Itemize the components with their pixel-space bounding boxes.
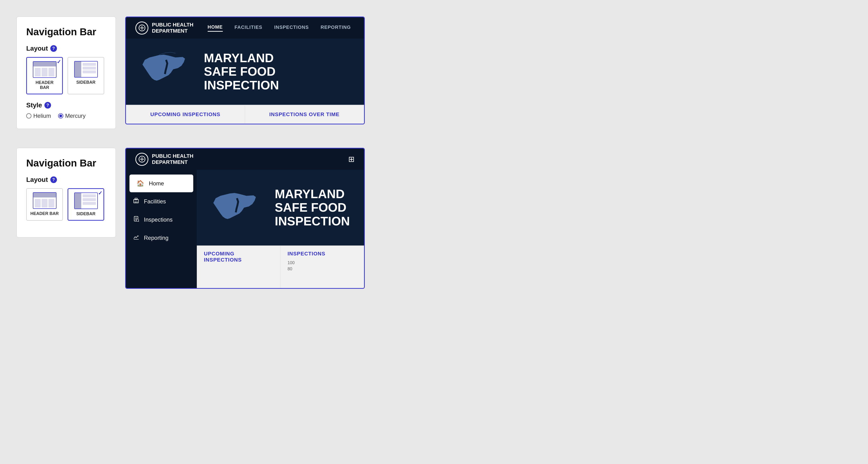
header-bar-icon	[33, 61, 57, 78]
header-bar-label: HEADER BAR	[30, 80, 59, 90]
nav-reporting[interactable]: REPORTING	[320, 25, 351, 31]
upcoming-inspections-label: UPCOMING INSPECTIONS	[150, 111, 220, 118]
chart-values: 100 80	[287, 260, 357, 271]
bottom-logo-text: PUBLIC HEALTH DEPARTMENT	[152, 153, 193, 166]
bottom-maryland-map	[211, 182, 263, 234]
bottom-layout-options: HEADER BAR ✓ SIDEBAR	[26, 188, 106, 221]
bottom-inspections-label: INSPECTIONS	[287, 251, 357, 257]
bottom-app-preview: PUBLIC HEALTH DEPARTMENT ⊞ 🏠 Home	[125, 148, 365, 289]
helium-option[interactable]: Helium	[26, 113, 51, 119]
bottom-check-icon: ✓	[98, 190, 102, 196]
bottom-left-panel: Navigation Bar Layout ? HEA	[17, 148, 116, 237]
app-main-content: MARYLAND SAFE FOOD INSPECTION UPCOMING I…	[197, 170, 364, 288]
app-hero: MARYLAND SAFE FOOD INSPECTION	[126, 38, 364, 105]
nav-inspections[interactable]: INSPECTIONS	[274, 25, 309, 31]
bottom-header-bar-label: HEADER BAR	[30, 211, 59, 216]
sidebar-reporting[interactable]: Reporting	[126, 229, 197, 247]
sidebar-inspections[interactable]: Inspections	[126, 210, 197, 229]
hero-title: MARYLAND SAFE FOOD INSPECTION	[204, 51, 279, 92]
logo-circle-icon	[135, 22, 148, 34]
nav-facilities[interactable]: FACILITIES	[235, 25, 262, 31]
chart-value-100: 100	[287, 260, 357, 265]
reporting-icon	[133, 234, 139, 242]
app-nav: HOME FACILITIES INSPECTIONS REPORTING	[208, 24, 351, 32]
app-logo: PUBLIC HEALTH DEPARTMENT	[135, 22, 193, 34]
style-help-icon[interactable]: ?	[44, 102, 51, 109]
grid-menu-icon[interactable]: ⊞	[348, 155, 354, 164]
svg-line-16	[138, 221, 139, 222]
header-bar-option[interactable]: ✓ HEADER BAR	[26, 57, 63, 94]
logo-text: PUBLIC HEALTH DEPARTMENT	[152, 22, 193, 34]
sidebar-home[interactable]: 🏠 Home	[129, 175, 193, 192]
layout-options-group: ✓ HEADER BAR	[26, 57, 106, 94]
bottom-app-body: 🏠 Home Facil	[126, 170, 364, 288]
style-radio-group: Helium Mercury	[26, 113, 106, 119]
layout-section-label: Layout ?	[26, 45, 106, 52]
facilities-icon	[133, 198, 139, 205]
top-app-preview: PUBLIC HEALTH DEPARTMENT HOME FACILITIES…	[125, 17, 365, 124]
mercury-option[interactable]: Mercury	[58, 113, 86, 119]
bottom-inspections-chart[interactable]: INSPECTIONS 100 80	[280, 246, 364, 288]
bottom-sidebar-icon	[74, 193, 98, 209]
check-icon: ✓	[57, 59, 61, 65]
style-section: Style ? Helium Mercury	[26, 102, 106, 119]
helium-radio[interactable]	[26, 113, 31, 118]
bottom-upcoming-label: UPCOMING INSPECTIONS	[204, 251, 273, 263]
bottom-hero: MARYLAND SAFE FOOD INSPECTION	[197, 170, 364, 245]
maryland-map	[140, 46, 192, 98]
bottom-sidebar-option[interactable]: ✓ SIDEBAR	[68, 188, 104, 221]
top-panel-title: Navigation Bar	[26, 26, 106, 38]
sidebar-icon	[74, 61, 98, 78]
bottom-app-logo: PUBLIC HEALTH DEPARTMENT	[135, 153, 193, 166]
bottom-logo-circle-icon	[135, 153, 148, 166]
bottom-stats-bar: UPCOMING INSPECTIONS INSPECTIONS 100 80	[197, 245, 364, 288]
sidebar-label: SIDEBAR	[71, 80, 100, 85]
app-top-nav: PUBLIC HEALTH DEPARTMENT HOME FACILITIES…	[126, 17, 364, 38]
top-left-panel: Navigation Bar Layout ? ✓	[17, 17, 116, 129]
bottom-upcoming-inspections[interactable]: UPCOMING INSPECTIONS	[197, 246, 280, 288]
inspections-over-time-box[interactable]: INSPECTIONS OVER TIME	[245, 105, 364, 124]
style-section-label: Style ?	[26, 102, 106, 109]
bottom-app-header: PUBLIC HEALTH DEPARTMENT ⊞	[126, 148, 364, 170]
sidebar-facilities[interactable]: Facilities	[126, 192, 197, 210]
mercury-radio[interactable]	[58, 113, 63, 118]
bottom-hero-title: MARYLAND SAFE FOOD INSPECTION	[275, 187, 350, 228]
bottom-panel-title: Navigation Bar	[26, 157, 106, 169]
chart-value-80: 80	[287, 266, 357, 271]
home-icon: 🏠	[136, 180, 144, 187]
app-stats-bar: UPCOMING INSPECTIONS INSPECTIONS OVER TI…	[126, 105, 364, 124]
nav-home[interactable]: HOME	[208, 24, 223, 32]
app-sidebar: 🏠 Home Facil	[126, 170, 197, 288]
sidebar-option[interactable]: SIDEBAR	[68, 57, 104, 94]
bottom-sidebar-label: SIDEBAR	[72, 211, 100, 216]
inspections-over-time-label: INSPECTIONS OVER TIME	[269, 111, 340, 118]
layout-help-icon[interactable]: ?	[50, 45, 57, 52]
bottom-layout-help-icon[interactable]: ?	[50, 176, 57, 183]
inspections-icon	[133, 216, 139, 224]
bottom-layout-label: Layout ?	[26, 176, 106, 183]
bottom-header-bar-icon	[33, 192, 57, 209]
bottom-header-bar-option[interactable]: HEADER BAR	[26, 188, 63, 221]
upcoming-inspections-box[interactable]: UPCOMING INSPECTIONS	[126, 105, 245, 124]
